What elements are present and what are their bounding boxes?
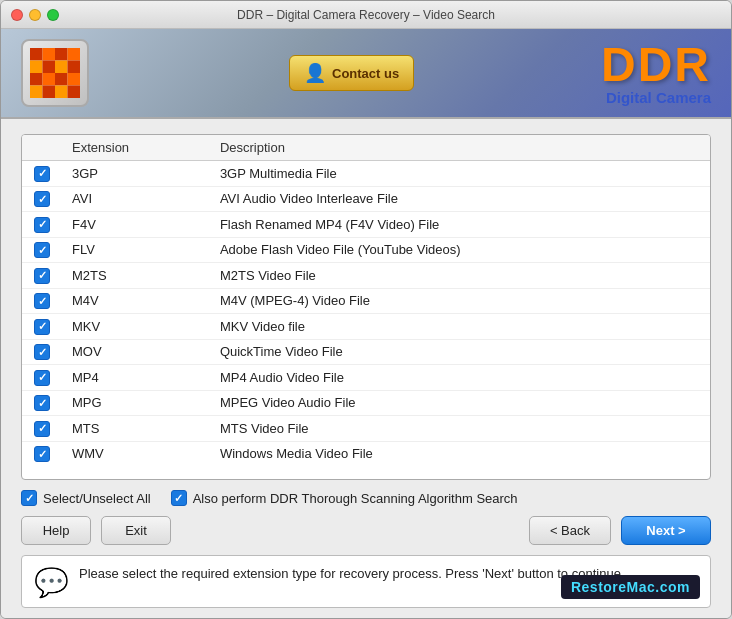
row-checkbox-cell [22,263,62,289]
svg-rect-6 [43,61,56,74]
row-checkbox-cell [22,390,62,416]
table-row: M2TSM2TS Video File [22,263,710,289]
row-extension: F4V [62,212,210,238]
row-description: M2TS Video File [210,263,710,289]
row-extension: MTS [62,416,210,442]
app-logo-box [21,39,89,107]
row-checkbox[interactable] [34,421,50,437]
help-button[interactable]: Help [21,516,91,545]
svg-rect-13 [30,86,43,99]
svg-rect-7 [55,61,68,74]
svg-rect-3 [55,48,68,61]
row-extension: M2TS [62,263,210,289]
options-row: Select/Unselect All Also perform DDR Tho… [21,490,711,506]
main-content: Extension Description 3GP3GP Multimedia … [1,119,731,618]
row-checkbox[interactable] [34,293,50,309]
checker-icon [30,48,80,98]
row-checkbox[interactable] [34,166,50,182]
row-description: MP4 Audio Video File [210,365,710,391]
app-window: DDR – Digital Camera Recovery – Video Se… [0,0,732,619]
table-row: F4VFlash Renamed MP4 (F4V Video) File [22,212,710,238]
row-checkbox[interactable] [34,268,50,284]
row-checkbox[interactable] [34,191,50,207]
row-extension: MP4 [62,365,210,391]
col-description-header: Description [210,135,710,161]
brand-ddr-text: DDR [601,41,711,89]
close-button[interactable] [11,9,23,21]
row-checkbox-cell [22,237,62,263]
thorough-scan-text: Also perform DDR Thorough Scanning Algor… [193,491,518,506]
svg-rect-9 [30,73,43,86]
minimize-button[interactable] [29,9,41,21]
svg-rect-1 [30,48,43,61]
row-checkbox-cell [22,365,62,391]
row-checkbox[interactable] [34,395,50,411]
row-description: AVI Audio Video Interleave File [210,186,710,212]
restore-badge-text: RestoreMac.com [571,579,690,595]
brand-area: DDR Digital Camera [601,41,711,106]
contact-label: Contact us [332,66,399,81]
svg-rect-2 [43,48,56,61]
svg-rect-15 [55,86,68,99]
info-icon: 💬 [34,566,69,599]
row-extension: 3GP [62,161,210,187]
exit-button[interactable]: Exit [101,516,171,545]
row-extension: MOV [62,339,210,365]
restore-badge: RestoreMac.com [561,575,700,599]
svg-rect-10 [43,73,56,86]
thorough-scan-label[interactable]: Also perform DDR Thorough Scanning Algor… [171,490,518,506]
row-description: 3GP Multimedia File [210,161,710,187]
table-row: MKVMKV Video file [22,314,710,340]
row-description: MTS Video File [210,416,710,442]
row-description: MKV Video file [210,314,710,340]
table-header-row: Extension Description [22,135,710,161]
row-description: QuickTime Video File [210,339,710,365]
row-checkbox[interactable] [34,446,50,462]
row-checkbox-cell [22,416,62,442]
row-checkbox-cell [22,339,62,365]
header: 👤 Contact us DDR Digital Camera [1,29,731,119]
row-checkbox-cell [22,441,62,466]
select-all-checkbox[interactable] [21,490,37,506]
table-row: MTSMTS Video File [22,416,710,442]
window-title: DDR – Digital Camera Recovery – Video Se… [237,8,495,22]
table-row: WMVWindows Media Video File [22,441,710,466]
select-all-label[interactable]: Select/Unselect All [21,490,151,506]
back-button[interactable]: < Back [529,516,611,545]
row-checkbox[interactable] [34,242,50,258]
maximize-button[interactable] [47,9,59,21]
row-checkbox[interactable] [34,319,50,335]
row-checkbox-cell [22,288,62,314]
row-description: MPEG Video Audio File [210,390,710,416]
col-checkbox [22,135,62,161]
table-row: M4VM4V (MPEG-4) Video File [22,288,710,314]
row-checkbox-cell [22,161,62,187]
row-description: Flash Renamed MP4 (F4V Video) File [210,212,710,238]
svg-rect-5 [30,61,43,74]
row-checkbox-cell [22,212,62,238]
svg-rect-16 [68,86,81,99]
brand-sub-text: Digital Camera [601,89,711,106]
table-row: MOVQuickTime Video File [22,339,710,365]
row-checkbox[interactable] [34,217,50,233]
table-row: MPGMPEG Video Audio File [22,390,710,416]
svg-rect-11 [55,73,68,86]
row-extension: FLV [62,237,210,263]
row-checkbox-cell [22,314,62,340]
traffic-lights [11,9,59,21]
row-checkbox[interactable] [34,344,50,360]
row-extension: M4V [62,288,210,314]
contact-button[interactable]: 👤 Contact us [289,55,414,91]
table-row: 3GP3GP Multimedia File [22,161,710,187]
buttons-row: Help Exit < Back Next > [21,516,711,545]
file-type-table: Extension Description 3GP3GP Multimedia … [22,135,710,466]
row-extension: MPG [62,390,210,416]
row-extension: AVI [62,186,210,212]
info-text: Please select the required extension typ… [79,564,632,584]
next-button[interactable]: Next > [621,516,711,545]
thorough-scan-checkbox[interactable] [171,490,187,506]
row-description: Adobe Flash Video File (YouTube Videos) [210,237,710,263]
row-checkbox[interactable] [34,370,50,386]
svg-rect-8 [68,61,81,74]
svg-rect-4 [68,48,81,61]
